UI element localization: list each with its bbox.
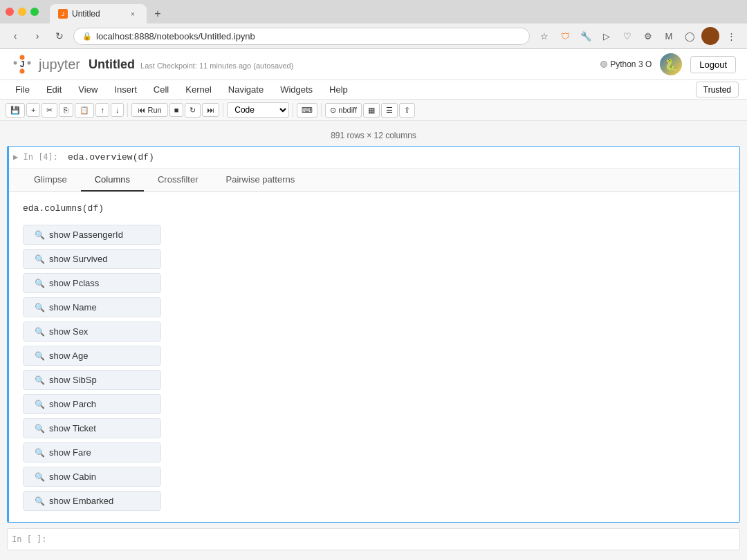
col-label-8: show Ticket: [49, 423, 96, 433]
minimize-button[interactable]: [18, 8, 26, 16]
save-button[interactable]: 💾: [6, 103, 25, 118]
back-button[interactable]: ‹: [7, 28, 24, 44]
menu-file[interactable]: File: [8, 82, 37, 97]
col-btn-survived[interactable]: 🔍 show Survived: [23, 249, 161, 269]
svg-point-1: [20, 69, 25, 74]
tab-columns[interactable]: Columns: [81, 169, 144, 192]
jupyter-header: J jupyter Untitled Last Checkpoint: 11 m…: [0, 49, 747, 80]
notebook-title[interactable]: Untitled: [89, 57, 135, 72]
col-btn-sex[interactable]: 🔍 show Sex: [23, 321, 161, 342]
menu-edit[interactable]: Edit: [39, 82, 68, 97]
col-label-1: show Survived: [49, 254, 108, 264]
menu-cell[interactable]: Cell: [147, 82, 176, 97]
cell-input: ▶ In [4]: eda.overview(df): [9, 147, 739, 168]
tab-pairwise[interactable]: Pairwise patterns: [212, 169, 309, 192]
run-indicator: ▶: [13, 152, 23, 162]
url-bar[interactable]: 🔒 localhost:8888/notebooks/Untitled.ipyn…: [73, 28, 530, 45]
menu-help[interactable]: Help: [322, 82, 355, 97]
table-icon: ▦: [368, 106, 375, 115]
active-tab[interactable]: J Untitled ×: [50, 4, 147, 24]
empty-cell-code[interactable]: [56, 529, 739, 545]
col-btn-fare[interactable]: 🔍 show Fare: [23, 442, 161, 463]
variable-inspector-button[interactable]: ▦: [363, 103, 380, 118]
outline-button[interactable]: ☰: [381, 103, 398, 118]
skip-icon: ⏮: [138, 106, 145, 114]
search-icon-8: 🔍: [35, 424, 45, 433]
output-content: eda.columns(df) 🔍 show PassengerId 🔍 sho…: [9, 192, 739, 522]
menu-widgets[interactable]: Widgets: [273, 82, 320, 97]
move-down-button[interactable]: ↓: [111, 103, 124, 117]
stop-button[interactable]: ■: [169, 103, 184, 117]
paste-icon: 📋: [80, 106, 89, 115]
ext6-icon[interactable]: ◯: [681, 27, 699, 45]
close-button[interactable]: [6, 8, 14, 16]
ext4-icon[interactable]: ⚙: [639, 27, 657, 45]
maximize-button[interactable]: [30, 8, 39, 16]
cut-cell-button[interactable]: ✂: [42, 103, 57, 118]
kernel-label: Python 3 O: [610, 59, 652, 69]
menu-kernel[interactable]: Kernel: [178, 82, 219, 97]
menu-view[interactable]: View: [71, 82, 104, 97]
add-cell-button[interactable]: +: [26, 103, 40, 117]
brave-icon[interactable]: 🛡: [556, 27, 574, 45]
svg-point-2: [14, 62, 17, 65]
python-logo: 🐍: [660, 53, 682, 75]
lock-icon: 🔒: [82, 32, 92, 41]
ext1-icon[interactable]: 🔧: [577, 27, 595, 45]
nbdiff-button[interactable]: ⊙ nbdiff: [325, 103, 362, 118]
new-tab-button[interactable]: +: [148, 4, 167, 24]
output-code: eda.columns(df): [23, 203, 726, 214]
output-code-text: eda.columns(df): [23, 203, 104, 214]
col-btn-parch[interactable]: 🔍 show Parch: [23, 394, 161, 414]
keyboard-button[interactable]: ⌨: [297, 103, 317, 118]
restart-button[interactable]: ↻: [185, 103, 201, 118]
tab-close-button[interactable]: ×: [127, 8, 138, 19]
cell-code[interactable]: eda.overview(df): [62, 147, 739, 168]
bookmark-icon[interactable]: ☆: [535, 27, 553, 45]
kernel-indicator: Python 3 O: [600, 59, 652, 69]
jupyter-logo: J jupyter: [11, 53, 80, 75]
forward-button[interactable]: ›: [29, 28, 46, 44]
col-btn-sibsp[interactable]: 🔍 show SibSp: [23, 370, 161, 390]
menu-navigate[interactable]: Navigate: [221, 82, 270, 97]
run-button[interactable]: ⏮ Run: [131, 103, 167, 117]
ext3-icon[interactable]: ♡: [618, 27, 636, 45]
copy-cell-button[interactable]: ⎘: [59, 103, 73, 117]
traffic-lights: [0, 0, 44, 24]
ext5-icon[interactable]: M: [660, 27, 678, 45]
reload-button[interactable]: ↻: [51, 28, 68, 44]
run-label: Run: [147, 106, 161, 114]
cell-type-select[interactable]: Code Markdown Raw: [227, 102, 289, 118]
cell-toolbar: 💾 + ✂ ⎘ 📋 ↑ ↓ ⏮ Run ■ ↻ ⏭: [0, 100, 747, 121]
logout-button[interactable]: Logout: [690, 56, 736, 73]
menu-insert[interactable]: Insert: [107, 82, 144, 97]
paste-cell-button[interactable]: 📋: [75, 103, 94, 118]
jupyter-logo-svg: J: [11, 53, 33, 75]
col-btn-passengerid[interactable]: 🔍 show PassengerId: [23, 225, 161, 245]
output-tabs: Glimpse Columns Crossfilter Pairwise pat…: [9, 169, 739, 192]
tab-glimpse[interactable]: Glimpse: [20, 169, 81, 192]
menu-bar: File Edit View Insert Cell Kernel Naviga…: [0, 80, 747, 100]
col-btn-pclass[interactable]: 🔍 show Pclass: [23, 273, 161, 293]
fast-forward-icon: ⏭: [207, 106, 214, 114]
empty-cell-label: In [ ]:: [8, 529, 56, 550]
share-button[interactable]: ⇧: [399, 103, 415, 118]
col-label-11: show Embarked: [49, 496, 113, 506]
url-text: localhost:8888/notebooks/Untitled.ipynb: [96, 31, 255, 41]
stop-icon: ■: [174, 106, 179, 114]
trusted-button[interactable]: Trusted: [696, 82, 739, 97]
col-btn-name[interactable]: 🔍 show Name: [23, 297, 161, 317]
col-btn-ticket[interactable]: 🔍 show Ticket: [23, 418, 161, 438]
col-btn-embarked[interactable]: 🔍 show Embarked: [23, 491, 161, 511]
fast-forward-button[interactable]: ⏭: [202, 103, 219, 117]
col-btn-cabin[interactable]: 🔍 show Cabin: [23, 467, 161, 487]
tab-crossfilter[interactable]: Crossfilter: [144, 169, 212, 192]
search-icon-3: 🔍: [35, 303, 45, 312]
move-up-button[interactable]: ↑: [95, 103, 109, 117]
col-btn-age[interactable]: 🔍 show Age: [23, 346, 161, 366]
menu-icon[interactable]: ⋮: [722, 27, 740, 45]
empty-cell: In [ ]:: [7, 528, 740, 550]
profile-avatar[interactable]: [701, 27, 719, 45]
empty-cell-input: In [ ]:: [8, 529, 739, 550]
ext2-icon[interactable]: ▷: [598, 27, 616, 45]
